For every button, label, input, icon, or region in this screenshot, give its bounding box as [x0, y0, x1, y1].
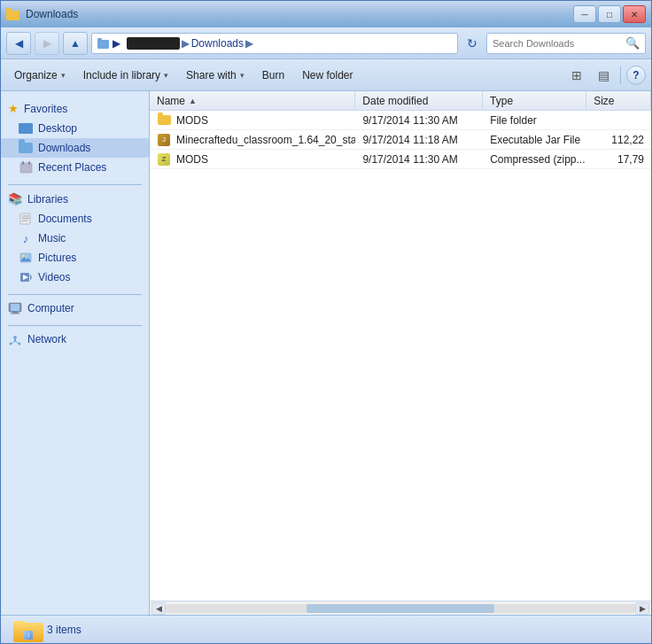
file-cell-date-1: 9/17/2014 11:18 AM	[355, 130, 483, 149]
back-button[interactable]: ◀	[6, 32, 31, 55]
scroll-left-button[interactable]: ◀	[151, 602, 166, 615]
breadcrumb-redacted	[127, 37, 180, 50]
organize-button[interactable]: Organize ▾	[6, 63, 74, 88]
file-cell-size-2: 17,79	[586, 150, 651, 168]
favorites-star-icon: ★	[8, 102, 19, 115]
file-cell-name-2: Z MODS	[150, 150, 355, 168]
search-icon[interactable]: 🔍	[625, 36, 640, 50]
status-item-count: 3 items	[47, 624, 82, 636]
horizontal-scrollbar[interactable]: ◀ ▶	[150, 601, 651, 615]
svg-rect-7	[20, 213, 30, 224]
view-details-button[interactable]: ⊞	[565, 64, 588, 87]
sidebar-header-favorites[interactable]: ★ Favorites	[1, 98, 149, 119]
svg-rect-20	[11, 313, 19, 314]
view-toggle-button[interactable]: ▤	[592, 64, 615, 87]
file-list: MODS 9/17/2014 11:30 AM File folder J Mi…	[150, 111, 651, 601]
scroll-right-button[interactable]: ▶	[635, 602, 649, 615]
sidebar-divider-1	[8, 184, 142, 185]
libraries-label: Libraries	[27, 193, 68, 206]
svg-rect-0	[6, 11, 19, 20]
breadcrumb-root: ▶	[97, 37, 127, 50]
minimize-button[interactable]: ─	[573, 5, 596, 23]
toolbar-separator	[620, 66, 621, 84]
include-library-button[interactable]: Include in library ▾	[75, 63, 176, 88]
share-with-button[interactable]: Share with ▾	[178, 63, 252, 88]
sidebar-item-downloads[interactable]: Downloads	[1, 138, 149, 158]
file-icon-jar-1: J	[157, 133, 171, 147]
address-bar: ◀ ▶ ▲ ▶ ▶ Downloads ▶ ↻ 🔍	[1, 27, 651, 59]
col-header-size[interactable]: Size	[586, 91, 651, 110]
downloads-icon	[19, 141, 33, 155]
sidebar-item-computer[interactable]: Computer	[1, 299, 149, 318]
file-icon-zip-2: Z	[157, 152, 171, 167]
table-row[interactable]: Z MODS 9/17/2014 11:30 AM Compressed (zi…	[150, 150, 651, 169]
file-cell-type-0: File folder	[483, 111, 586, 129]
organize-arrow: ▾	[61, 71, 66, 80]
search-bar[interactable]: 🔍	[486, 33, 646, 54]
pictures-icon	[19, 251, 33, 265]
svg-rect-3	[97, 38, 102, 41]
sidebar-divider-3	[8, 325, 142, 326]
table-row[interactable]: MODS 9/17/2014 11:30 AM File folder	[150, 111, 651, 130]
file-cell-type-1: Executable Jar File	[483, 130, 586, 149]
favorites-label: Favorites	[24, 103, 67, 115]
sidebar-item-pictures[interactable]: Pictures	[1, 248, 149, 268]
title-controls: ─ □ ✕	[573, 5, 646, 23]
breadcrumb-sep-2: ▶	[245, 37, 253, 50]
documents-icon	[19, 212, 33, 226]
sidebar: ★ Favorites Desktop Downloads	[1, 91, 150, 615]
file-icon-folder-0	[157, 113, 171, 128]
help-button[interactable]: ?	[626, 66, 646, 85]
file-cell-date-2: 9/17/2014 11:30 AM	[355, 150, 483, 168]
new-folder-button[interactable]: New folder	[294, 63, 361, 88]
breadcrumb-sep-1: ▶	[182, 37, 190, 50]
col-header-date[interactable]: Date modified	[355, 91, 483, 110]
sidebar-header-libraries[interactable]: 📚 Libraries	[1, 189, 149, 209]
file-area: Name ▲ Date modified Type Size	[150, 91, 651, 615]
svg-rect-18	[11, 304, 19, 311]
svg-rect-6	[28, 161, 30, 165]
sort-arrow-name: ▲	[189, 97, 197, 105]
share-with-arrow: ▾	[240, 71, 244, 80]
libraries-icon: 📚	[8, 192, 22, 206]
up-button[interactable]: ▲	[63, 32, 88, 55]
scroll-thumb[interactable]	[307, 604, 494, 613]
sidebar-item-music[interactable]: ♪ Music	[1, 229, 149, 248]
col-header-type[interactable]: Type	[483, 91, 586, 110]
sidebar-item-network[interactable]: Network	[1, 330, 149, 349]
svg-rect-22	[14, 339, 16, 342]
refresh-button[interactable]: ↻	[462, 33, 483, 54]
sidebar-section-network: Network	[1, 330, 149, 349]
sidebar-section-libraries: 📚 Libraries Documents	[1, 189, 149, 287]
network-icon	[8, 332, 22, 346]
sidebar-item-desktop[interactable]: Desktop	[1, 119, 149, 138]
breadcrumb-folder-icon	[97, 38, 110, 49]
videos-icon	[19, 270, 33, 284]
col-header-name[interactable]: Name ▲	[150, 91, 355, 110]
sidebar-item-recent-places[interactable]: Recent Places	[1, 158, 149, 177]
include-library-arrow: ▾	[164, 71, 168, 80]
title-bar: Downloads ─ □ ✕	[1, 1, 651, 27]
sidebar-item-documents[interactable]: Documents	[1, 209, 149, 229]
file-cell-type-2: Compressed (zipp...	[483, 150, 586, 168]
folder-title-icon	[6, 8, 20, 20]
search-input[interactable]	[493, 38, 625, 49]
sidebar-section-computer: Computer	[1, 299, 149, 318]
svg-rect-2	[97, 40, 109, 49]
close-button[interactable]: ✕	[623, 5, 646, 23]
forward-button[interactable]: ▶	[35, 32, 59, 55]
breadcrumb[interactable]: ▶ ▶ Downloads ▶	[91, 33, 458, 54]
status-bar: ↓ 3 items	[1, 615, 651, 643]
file-cell-name-1: J Minecraftedu_classroom_1.64_20_stable	[150, 130, 355, 149]
svg-marker-15	[30, 274, 32, 281]
column-header: Name ▲ Date modified Type Size	[150, 91, 651, 111]
main-area: ★ Favorites Desktop Downloads	[1, 91, 651, 615]
desktop-icon	[19, 121, 33, 136]
table-row[interactable]: J Minecraftedu_classroom_1.64_20_stable …	[150, 130, 651, 150]
svg-rect-4	[20, 163, 32, 173]
burn-button[interactable]: Burn	[254, 63, 292, 88]
maximize-button[interactable]: □	[598, 5, 621, 23]
breadcrumb-downloads: Downloads	[191, 37, 244, 50]
sidebar-item-videos[interactable]: Videos	[1, 268, 149, 287]
scroll-track[interactable]	[166, 604, 635, 613]
